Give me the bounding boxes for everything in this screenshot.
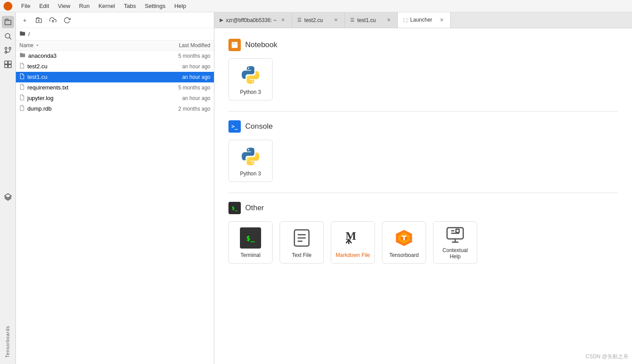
file-item-requirements[interactable]: requirements.txt 5 months ago <box>16 82 214 93</box>
tab-label: test1.cu <box>357 17 382 23</box>
terminal-icon-box: $_ <box>240 227 261 249</box>
textfile-label: Text File <box>292 252 312 258</box>
file-item-anaconda3[interactable]: anaconda3 5 months ago <box>16 51 214 61</box>
textfile-icon <box>290 227 313 249</box>
contextual-help-label: Contextual Help <box>437 247 473 260</box>
tab-label: xzr@bff0ba0b5336: ~ <box>226 17 277 23</box>
terminal-icon: $_ <box>239 227 262 249</box>
refresh-button[interactable] <box>62 15 72 26</box>
watermark: CSDN @失航之舟 <box>585 353 628 360</box>
file-item-test2cu[interactable]: test2.cu an hour ago <box>16 61 214 72</box>
tensorboard-card[interactable]: Tensorboard <box>382 221 426 264</box>
menubar: File Edit View Run Kernel Tabs Settings … <box>0 0 632 12</box>
console-section-icon: >_ <box>228 120 241 133</box>
other-cards: $_ Terminal <box>228 221 618 264</box>
console-other-divider <box>228 193 618 193</box>
menu-tabs[interactable]: Tabs <box>120 2 139 10</box>
tab-launcher[interactable]: ⬚ Launcher ✕ <box>398 12 451 28</box>
launcher-section-other: $_ Other $_ Terminal <box>228 202 618 264</box>
svg-point-18 <box>252 81 253 82</box>
layers-nav-icon[interactable] <box>2 191 14 203</box>
extensions-nav-icon[interactable] <box>2 58 14 71</box>
file-name: anaconda3 <box>28 52 149 59</box>
file-name: requirements.txt <box>27 84 149 91</box>
file-name: test1.cu <box>27 74 149 80</box>
svg-point-17 <box>248 67 249 69</box>
svg-rect-14 <box>232 42 238 48</box>
file-toolbar: + <box>16 12 214 28</box>
tab-close-button[interactable]: ✕ <box>332 17 339 24</box>
file-modified: 2 months ago <box>149 106 210 112</box>
console-python3-card[interactable]: Python 3 <box>228 140 273 182</box>
file-item-test1cu[interactable]: test1.cu an hour ago <box>16 72 214 82</box>
menu-file[interactable]: File <box>18 2 34 10</box>
tab-terminal[interactable]: ▶ xzr@bff0ba0b5336: ~ ✕ <box>214 12 292 28</box>
menu-run[interactable]: Run <box>75 2 93 10</box>
file-item-jupyterlog[interactable]: jupyter.log an hour ago <box>16 93 214 104</box>
tensorboard-icon <box>393 227 415 249</box>
markdown-card[interactable]: M Markdown File <box>331 221 375 264</box>
python3-notebook-label: Python 3 <box>240 89 261 95</box>
tab-close-button[interactable]: ✕ <box>385 17 392 24</box>
file-name: dump.rdb <box>27 105 149 112</box>
markdown-icon: M <box>341 227 364 249</box>
menu-edit[interactable]: Edit <box>36 2 52 10</box>
contextual-help-card[interactable]: Contextual Help <box>433 221 477 264</box>
terminal-card[interactable]: $_ Terminal <box>228 221 273 264</box>
python3-notebook-icon <box>239 63 262 86</box>
notebook-python3-card[interactable]: Python 3 <box>228 58 273 100</box>
file-type-icon <box>19 94 25 102</box>
python3-console-icon <box>239 145 262 168</box>
menu-help[interactable]: Help <box>171 2 190 10</box>
current-path: / <box>28 31 30 37</box>
launcher-panel: Notebook <box>214 28 632 364</box>
app-layout: Tensorboards + <box>0 12 632 364</box>
svg-rect-30 <box>402 236 407 237</box>
python3-console-label: Python 3 <box>240 171 261 177</box>
console-cards: Python 3 <box>228 140 618 182</box>
launcher-tab-icon: ⬚ <box>403 17 408 23</box>
file-path: / <box>16 28 214 41</box>
git-nav-icon[interactable] <box>2 44 14 56</box>
svg-rect-7 <box>8 61 11 64</box>
svg-rect-37 <box>456 229 459 232</box>
file-modified: an hour ago <box>149 63 210 70</box>
menu-settings[interactable]: Settings <box>141 2 169 10</box>
other-section-header: $_ Other <box>228 202 618 214</box>
tab-close-button[interactable]: ✕ <box>279 17 286 24</box>
file-modified: an hour ago <box>149 74 210 80</box>
tab-label: Launcher <box>410 17 435 23</box>
file-item-dumprdb[interactable]: dump.rdb 2 months ago <box>16 104 214 114</box>
folder-nav-icon[interactable] <box>2 16 14 28</box>
svg-point-20 <box>252 163 253 164</box>
search-nav-icon[interactable] <box>2 30 14 42</box>
launcher-section-notebook: Notebook <box>228 39 618 100</box>
tab-test2cu[interactable]: ☰ test2.cu ✕ <box>292 12 345 28</box>
textfile-card[interactable]: Text File <box>280 221 324 264</box>
launcher-section-console: >_ Console <box>228 120 618 182</box>
folder-path-icon <box>19 30 26 38</box>
file-panel: + <box>16 12 214 364</box>
col-name-header[interactable]: Name <box>19 42 149 48</box>
file-type-icon <box>19 105 25 112</box>
col-modified-header: Last Modified <box>149 42 210 48</box>
notebook-console-divider <box>228 111 618 111</box>
svg-point-0 <box>5 33 10 38</box>
tensorboard-label: Tensorboard <box>389 252 419 258</box>
new-file-button[interactable]: + <box>19 15 30 26</box>
notebook-section-icon <box>228 39 241 51</box>
file-modified: 5 months ago <box>149 53 210 59</box>
menu-kernel[interactable]: Kernel <box>95 2 119 10</box>
upload-button[interactable] <box>48 15 58 26</box>
terminal-label: Terminal <box>240 252 260 258</box>
terminal-tab-icon: ▶ <box>220 17 223 23</box>
file-name: test2.cu <box>27 63 149 70</box>
notebook-cards: Python 3 <box>228 58 618 100</box>
tab-test1cu[interactable]: ☰ test1.cu ✕ <box>345 12 398 28</box>
file-tab-icon: ☰ <box>350 17 355 23</box>
file-tab-icon: ☰ <box>297 17 302 23</box>
file-list-header: Name Last Modified <box>16 41 214 51</box>
new-folder-button[interactable] <box>34 15 44 26</box>
tab-close-button[interactable]: ✕ <box>438 16 445 23</box>
menu-view[interactable]: View <box>54 2 74 10</box>
